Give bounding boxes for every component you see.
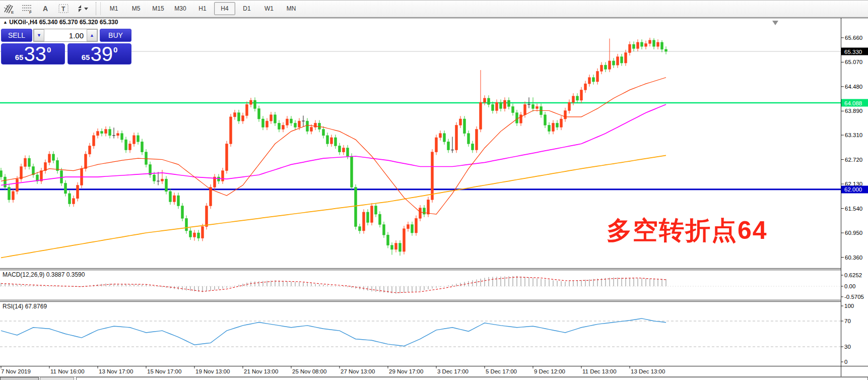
one-click-trading-panel: SELL ▼ ▲ BUY 65 33 0 65 39 0 (1, 29, 131, 65)
volume-increase-button[interactable]: ▲ (87, 29, 97, 41)
price-axis-label: 65.070 (845, 59, 868, 65)
buy-button[interactable]: BUY (100, 29, 131, 42)
chart-tab[interactable] (0, 377, 39, 380)
price-axis-label: 62.720 (845, 157, 868, 163)
price-axis-label: 61.540 (845, 206, 868, 212)
macd-indicator-label: MACD(12,26,9) 0.3887 0.3590 (3, 271, 85, 278)
price-axis-label: 63.310 (845, 132, 868, 138)
rsi-axis-label: 30 (844, 344, 851, 350)
price-axis-label: 60.950 (845, 230, 868, 236)
sell-price-sup: 0 (47, 45, 51, 54)
time-axis-label: 3 Dec 17:00 (437, 368, 469, 374)
sell-price-big: 33 (24, 44, 46, 64)
volume-decrease-button[interactable]: ▼ (34, 29, 44, 41)
time-axis-label: 13 Nov 17:00 (99, 368, 133, 374)
volume-input[interactable] (44, 29, 87, 41)
price-axis-label: 65.660 (845, 35, 868, 41)
time-axis-label: 25 Nov 08:00 (292, 368, 326, 374)
buy-price-prefix: 65 (82, 53, 90, 61)
macd-axis-label: 0.00 (844, 283, 855, 289)
rsi-axis-label: 100 (844, 303, 854, 309)
rsi-axis-label: 70 (844, 318, 851, 324)
sell-button[interactable]: SELL (1, 29, 32, 42)
chart-tab[interactable] (40, 377, 74, 380)
time-axis-label: 27 Nov 13:00 (341, 368, 375, 374)
green-level-badge: 64.088 (841, 99, 868, 107)
rsi-axis-label: 0 (844, 359, 847, 365)
chart-tab[interactable] (76, 377, 868, 380)
sell-price-prefix: 65 (15, 53, 24, 61)
time-axis-label: 21 Nov 13:00 (244, 368, 278, 374)
chart-annotation-text: 多空转折点64 (607, 214, 768, 247)
price-axis-label: 63.890 (845, 108, 868, 114)
price-axis-label: 60.360 (845, 255, 868, 261)
buy-price-big: 39 (90, 44, 113, 64)
volume-spinner: ▼ ▲ (33, 29, 98, 42)
current-price-badge: 65.330 (841, 48, 868, 55)
blue-level-badge: 62.000 (841, 185, 868, 193)
price-axis-label: 64.480 (845, 84, 868, 90)
time-axis-label: 19 Nov 13:00 (195, 368, 230, 374)
time-axis-label: 9 Dec 12:00 (534, 368, 565, 374)
macd-axis-label: 0.6252 (844, 272, 862, 278)
sell-price-box[interactable]: 65 33 0 (1, 43, 65, 65)
macd-axis-label: -0.5705 (844, 294, 864, 300)
buy-price-sup: 0 (113, 45, 117, 54)
time-axis-label: 29 Nov 17:00 (389, 368, 423, 374)
time-axis-label: 11 Nov 16:00 (50, 368, 85, 374)
time-axis-label: 15 Nov 17:00 (147, 368, 181, 374)
buy-price-box[interactable]: 65 39 0 (68, 43, 131, 65)
time-axis-label: 7 Nov 2019 (1, 368, 31, 374)
time-axis-label: 5 Dec 17:00 (486, 368, 517, 374)
scroll-to-end-marker[interactable] (772, 21, 778, 25)
rsi-indicator-label: RSI(14) 67.8769 (3, 303, 47, 310)
time-axis-label: 13 Dec 13:00 (631, 368, 665, 374)
time-axis-label: 11 Dec 13:00 (582, 368, 617, 374)
